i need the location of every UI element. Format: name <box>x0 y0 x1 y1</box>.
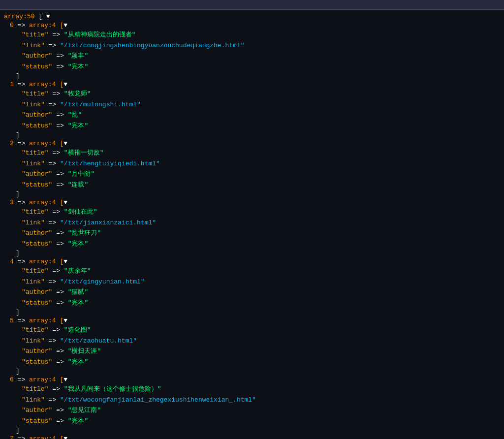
entry-arrow-3: => <box>14 199 29 206</box>
value-title-4: "庆余年" <box>64 267 91 275</box>
value-status-1: "完本" <box>68 122 89 129</box>
arrow-sym-author-0: => <box>52 52 67 60</box>
value-author-2: "月中阴" <box>68 170 95 178</box>
arrow-sym-status-1: => <box>52 122 67 129</box>
value-author-5: "横扫天涯" <box>68 347 101 355</box>
entry-6-close: ] <box>16 426 500 435</box>
key-link-5: "link" <box>22 337 45 345</box>
entry-2-close: ] <box>16 190 500 198</box>
entry-5-author-line: "author" => "横扫天涯" <box>22 346 500 357</box>
key-status-5: "status" <box>22 358 52 366</box>
entry-arrow-4: => <box>14 258 29 265</box>
key-author-3: "author" <box>22 229 52 237</box>
entry-1-status-line: "status" => "完本" <box>22 121 500 131</box>
key-title-1: "title" <box>22 90 49 97</box>
value-title-2: "横推一切敌" <box>64 149 104 157</box>
value-link-5: "/txt/zaohuatu.html" <box>60 337 137 345</box>
key-title-5: "title" <box>22 326 49 334</box>
key-author-0: "author" <box>22 52 52 60</box>
arrow-sym-status-2: => <box>52 181 67 188</box>
entry-5: 5 => array:4 [▼"title" => "造化图""link" =>… <box>10 316 500 376</box>
key-link-1: "link" <box>22 101 45 108</box>
arrow-sym-link-2: => <box>45 160 60 167</box>
arrow-sym-title-2: => <box>49 149 64 157</box>
arrow-sym-title-6: => <box>49 385 64 393</box>
arrow-sym-link-6: => <box>45 396 60 404</box>
entry-triangle-1[interactable]: ▼ <box>63 81 67 88</box>
entry-1-title-line: "title" => "牧龙师" <box>22 89 500 99</box>
entry-triangle-7[interactable]: ▼ <box>63 435 67 439</box>
entry-3-header: 3 => array:4 [▼ <box>10 198 500 207</box>
entry-0: 0 => array:4 [▼"title" => "从精神病院走出的强者""l… <box>10 21 500 80</box>
top-bar <box>0 0 504 10</box>
entry-5-header: 5 => array:4 [▼ <box>10 316 500 325</box>
entry-triangle-4[interactable]: ▼ <box>63 258 67 265</box>
collapse-triangle[interactable]: ▼ <box>46 13 50 20</box>
value-link-0: "/txt/congjingshenbingyuanzouchudeqiangz… <box>60 42 244 49</box>
entry-4-link-line: "link" => "/txt/qingyunian.html" <box>22 277 500 287</box>
entry-triangle-6[interactable]: ▼ <box>63 376 67 383</box>
entry-3-close: ] <box>16 249 500 257</box>
arrow-sym-title-3: => <box>49 208 64 216</box>
entry-0-header: 0 => array:4 [▼ <box>10 21 500 30</box>
value-author-0: "颖丰" <box>68 52 89 60</box>
entry-5-link-line: "link" => "/txt/zaohuatu.html" <box>22 336 500 346</box>
entry-3-author-line: "author" => "乱世狂刀" <box>22 228 500 239</box>
entry-array-label-1: array:4 <box>29 81 56 88</box>
entry-2-title-line: "title" => "横推一切敌" <box>22 148 500 158</box>
arrow-sym-author-3: => <box>52 229 67 237</box>
value-author-4: "猫腻" <box>68 288 89 296</box>
value-author-6: "想见江南" <box>68 407 101 414</box>
value-status-3: "完本" <box>68 240 89 248</box>
entry-arrow-6: => <box>14 376 29 383</box>
entry-arrow-0: => <box>14 22 29 29</box>
entry-5-title-line: "title" => "造化图" <box>22 325 500 336</box>
entry-array-label-0: array:4 <box>29 22 56 29</box>
array-label: array:50 <box>4 13 34 20</box>
entry-1: 1 => array:4 [▼"title" => "牧龙师""link" =>… <box>10 80 500 139</box>
value-title-1: "牧龙师" <box>64 90 91 97</box>
key-title-4: "title" <box>22 267 49 275</box>
value-status-5: "完本" <box>68 358 89 366</box>
entry-5-status-line: "status" => "完本" <box>22 357 500 368</box>
entry-array-label-2: array:4 <box>29 140 56 147</box>
console: array:50 [ ▼ 0 => array:4 [▼"title" => "… <box>0 10 504 439</box>
arrow-sym-title-0: => <box>49 31 64 38</box>
arrow-sym-link-5: => <box>45 337 60 345</box>
arrow-sym-title-1: => <box>49 90 64 97</box>
arrow-sym-title-5: => <box>49 326 64 334</box>
entry-4-close: ] <box>16 308 500 316</box>
entry-2: 2 => array:4 [▼"title" => "横推一切敌""link" … <box>10 139 500 198</box>
key-link-3: "link" <box>22 219 45 226</box>
value-status-4: "完本" <box>68 299 89 307</box>
entry-triangle-3[interactable]: ▼ <box>63 199 67 206</box>
entry-6-link-line: "link" => "/txt/wocongfanjianlai_zhegexi… <box>22 395 500 406</box>
entry-2-link-line: "link" => "/txt/hengtuiyiqiedi.html" <box>22 158 500 169</box>
entry-4-status-line: "status" => "完本" <box>22 298 500 309</box>
entry-index-2: 2 <box>10 140 14 147</box>
arrow-sym-author-4: => <box>52 288 67 296</box>
open-bracket: [ <box>38 13 42 20</box>
key-title-0: "title" <box>22 31 49 38</box>
value-link-3: "/txt/jianxianzaici.html" <box>60 219 156 226</box>
value-title-6: "我从凡间来（这个修士很危险）" <box>64 385 161 393</box>
key-author-4: "author" <box>22 288 52 296</box>
value-link-1: "/txt/mulongshi.html" <box>60 101 141 108</box>
entry-2-status-line: "status" => "连载" <box>22 180 500 190</box>
arrow-sym-status-5: => <box>52 358 67 366</box>
array-header: array:50 [ ▼ <box>4 12 500 21</box>
arrow-sym-status-6: => <box>52 417 67 425</box>
entry-array-label-7: array:4 <box>29 435 56 439</box>
arrow-sym-author-5: => <box>52 347 67 355</box>
key-link-2: "link" <box>22 160 45 167</box>
arrow-sym-link-1: => <box>45 101 60 108</box>
entry-4: 4 => array:4 [▼"title" => "庆余年""link" =>… <box>10 257 500 316</box>
entry-4-header: 4 => array:4 [▼ <box>10 257 500 266</box>
entry-triangle-0[interactable]: ▼ <box>63 22 67 29</box>
entry-index-6: 6 <box>10 376 14 383</box>
entry-triangle-2[interactable]: ▼ <box>63 140 67 147</box>
entry-6-title-line: "title" => "我从凡间来（这个修士很危险）" <box>22 384 500 395</box>
key-link-0: "link" <box>22 42 45 49</box>
entry-triangle-5[interactable]: ▼ <box>63 317 67 324</box>
arrow-sym-status-0: => <box>52 63 67 70</box>
